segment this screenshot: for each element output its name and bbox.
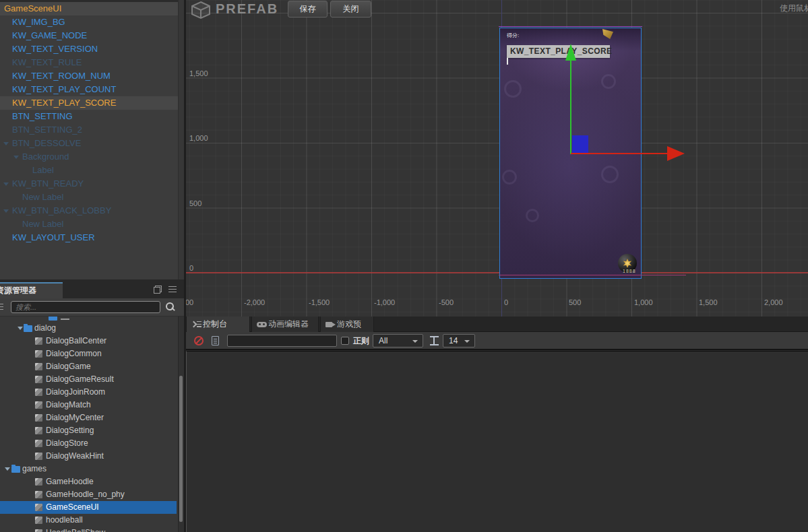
hierarchy-node-disabled[interactable]: New Label (0, 191, 178, 204)
hierarchy-node[interactable]: BTN_SETTING (0, 110, 178, 123)
scene-canvas[interactable]: 1,500 1,000 500 0 00 -2,000 -1,500 -1,00… (186, 0, 808, 317)
hierarchy-scrollbar[interactable] (178, 0, 184, 279)
expand-arrow-icon[interactable] (3, 182, 9, 186)
ruler-label: 500 (189, 199, 201, 207)
gizmo-y-axis[interactable] (570, 59, 571, 154)
font-size-dropdown[interactable]: 14 (443, 334, 475, 347)
asset-prefab[interactable]: hoodleball (0, 514, 177, 527)
ruler-label: 0 (504, 298, 508, 306)
asset-prefab[interactable]: GameHoodle_no_phy (0, 488, 177, 501)
save-button[interactable]: 保存 (288, 1, 328, 18)
duplicate-icon[interactable] (154, 286, 162, 294)
asset-prefab[interactable]: DialogJoinRoom (0, 386, 177, 399)
asset-prefab[interactable]: DialogStore (0, 437, 177, 450)
text-size-icon (430, 336, 439, 345)
assets-panel: 资源管理器 dialog DialogBallCenter DialogComm… (0, 279, 184, 532)
hierarchy-node-selected[interactable]: KW_TEXT_PLAY_SCORE (0, 96, 178, 110)
folder-icon (24, 325, 32, 332)
asset-prefab[interactable]: DialogGameResult (0, 373, 177, 386)
prefab-cube-icon (35, 414, 42, 422)
regex-checkbox[interactable] (341, 337, 349, 345)
hierarchy-node[interactable]: KW_IMG_BG (0, 15, 178, 29)
hierarchy-node-root[interactable]: GameSceneUI (0, 2, 178, 15)
ruler-label: 500 (569, 298, 581, 306)
folder-icon (11, 466, 20, 473)
hierarchy-node-disabled[interactable]: New Label (0, 218, 178, 231)
tab-game-preview[interactable]: 游戏预览 (320, 317, 374, 332)
ruler-label: 0 (189, 264, 193, 272)
tab-assets[interactable]: 资源管理器 (0, 282, 63, 298)
prefab-cube-icon (35, 401, 42, 409)
prefab-cube-icon (35, 389, 42, 396)
expand-arrow-icon[interactable] (13, 156, 19, 159)
tab-animation-editor[interactable]: 动画编辑器 (251, 317, 319, 332)
hierarchy-node-disabled[interactable]: KW_BTN_READY (0, 177, 178, 191)
mouse-hint-text: 使用鼠标 (780, 3, 808, 14)
log-level-dropdown[interactable]: All (373, 334, 423, 347)
asset-prefab[interactable]: DialogCommon (0, 347, 177, 360)
table-ring-decoration (502, 170, 517, 185)
expand-arrow-icon[interactable] (3, 209, 9, 213)
expand-arrow-icon[interactable] (3, 142, 9, 145)
prefab-cube-icon (35, 427, 42, 434)
ruler-label: 00 (186, 298, 193, 306)
asset-prefab[interactable]: DialogMyCenter (0, 411, 177, 424)
hierarchy-node-disabled[interactable]: BTN_DESSOLVE (0, 137, 178, 150)
gizmo-xy-plane-handle[interactable] (572, 135, 588, 154)
console-filter-input[interactable] (227, 335, 337, 347)
chevron-down-icon (412, 340, 418, 343)
hamburger-menu-icon[interactable] (168, 286, 177, 292)
gamepad-icon (257, 322, 267, 327)
asset-prefab[interactable]: DialogBallCenter (0, 335, 177, 347)
ruler-label: -500 (439, 298, 454, 306)
close-button[interactable]: 关闭 (330, 1, 371, 18)
prefab-cube-icon (35, 363, 42, 370)
expand-arrow-icon[interactable] (18, 327, 23, 330)
search-icon[interactable] (166, 302, 175, 312)
hierarchy-node-disabled[interactable]: Background (0, 150, 178, 164)
hierarchy-node-disabled[interactable]: KW_TEXT_RULE (0, 56, 178, 69)
asset-prefab[interactable]: DialogSetting (0, 424, 177, 437)
asset-folder[interactable]: dialog (0, 322, 177, 335)
console-output-area[interactable] (186, 351, 808, 532)
ruler-label: -2,000 (244, 298, 265, 306)
gizmo-y-arrow-icon[interactable] (565, 44, 576, 61)
prefab-mode-title: PREFAB (216, 1, 278, 17)
tab-console[interactable]: 控制台 (186, 317, 250, 332)
asset-prefab[interactable]: DialogWeakHint (0, 450, 177, 463)
gizmo-x-arrow-icon[interactable] (667, 146, 685, 161)
hierarchy-node[interactable]: KW_LAYOUT_USER (0, 231, 178, 244)
hierarchy-node[interactable]: KW_GAME_NODE (0, 29, 178, 42)
asset-prefab[interactable]: GameHoodle (0, 475, 177, 488)
asset-row-clipped[interactable] (0, 317, 177, 322)
asset-folder[interactable]: games (0, 463, 177, 475)
gizmo-x-axis[interactable] (571, 153, 669, 154)
asset-prefab-selected[interactable]: GameSceneUI (0, 501, 177, 514)
gold-decoration (602, 29, 613, 39)
filter-icon[interactable] (0, 304, 3, 311)
clear-console-icon[interactable] (194, 336, 204, 345)
assets-scrollbar-track[interactable] (178, 317, 184, 532)
prefab-cube-icon (35, 350, 42, 358)
assets-search-row (0, 298, 184, 317)
selected-node-label: KW_TEXT_PLAY_SCORE (507, 45, 610, 58)
hierarchy-node-disabled[interactable]: BTN_SETTING_2 (0, 123, 178, 137)
hierarchy-node-disabled[interactable]: KW_BTN_BACK_LOBBY (0, 204, 178, 218)
hierarchy-node[interactable]: KW_TEXT_ROOM_NUM (0, 69, 178, 83)
expand-arrow-icon[interactable] (5, 467, 10, 471)
open-log-icon[interactable] (212, 336, 219, 345)
hierarchy-node[interactable]: KW_TEXT_VERSION (0, 42, 178, 56)
asset-prefab[interactable]: HoodleBallShow (0, 527, 177, 532)
editor-root: GameSceneUI KW_IMG_BG KW_GAME_NODE KW_TE… (0, 0, 808, 532)
asset-prefab[interactable]: DialogGame (0, 360, 177, 373)
hierarchy-node[interactable]: KW_TEXT_PLAY_COUNT (0, 83, 178, 96)
table-ring-decoration (601, 166, 619, 183)
hierarchy-node-disabled[interactable]: Label (0, 164, 178, 177)
asset-prefab[interactable]: DialogMatch (0, 399, 177, 411)
assets-scrollbar-thumb[interactable] (179, 376, 183, 522)
prefab-cube-icon (35, 337, 42, 345)
prefab-cube-icon (35, 376, 42, 383)
assets-search-input[interactable] (11, 301, 160, 313)
prefab-cube-icon (35, 478, 42, 486)
prefab-header: PREFAB 保存 关闭 使用鼠标 (186, 0, 808, 20)
